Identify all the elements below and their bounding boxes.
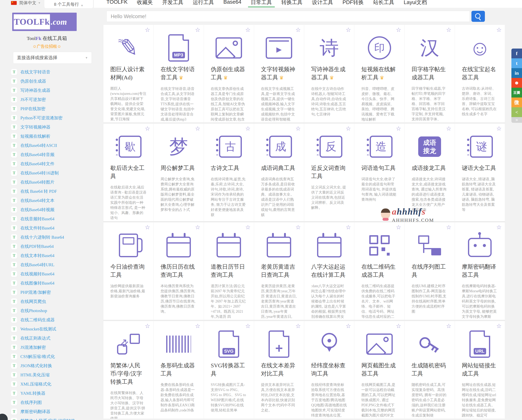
tool-card[interactable]: ☆ 道教日历节日查询工具 道历计算方法:因公元前2697 年为黄帝纪元开始,所以…	[204, 222, 254, 320]
nav-tab-active[interactable]: 日常工具	[251, 0, 272, 8]
tool-card[interactable]: ☆ 汉 田字格字帖生成器工具 田字格字帖生成器,字帖打印,带笔顺的田字格、米字格…	[405, 25, 455, 122]
favorite-star-icon[interactable]: ☆	[295, 27, 301, 33]
favorite-star-icon[interactable]: ☆	[396, 126, 401, 132]
favorite-star-icon[interactable]: ☆	[446, 323, 452, 329]
favorite-star-icon[interactable]: ☆	[245, 323, 251, 329]
tool-card[interactable]: ☆ ≈✎ 图巨人设计素材网(Ad) 图巨人(www.tujuren.com)专注…	[103, 25, 153, 122]
tool-card[interactable]: ☆ 在线序列图工具 在线UML建模之时序图制作工具-网页版在线制作UML时序图,…	[405, 222, 455, 320]
favorite-star-icon[interactable]: ☆	[295, 224, 301, 230]
tool-card[interactable]: ☆ 网页截图生成器工具 在线网页截图工具,是一款可以远程自动截图的工具,可以把网…	[354, 321, 404, 419]
nav-tab[interactable]: 收藏夹	[137, 0, 153, 8]
tool-card[interactable]: ☆ ⇄ 简繁体/人民币/字母/汉字转换工具 在线简繁体转换、人民币大写转换、字母…	[103, 321, 153, 419]
tool-card[interactable]: ☆ 佛历日历在线查询工具 本站佛历查询系统为您提供佛历,佛历查询,佛教节日查询,…	[154, 222, 204, 320]
favorite-star-icon[interactable]: ☆	[496, 224, 502, 230]
favorite-star-icon[interactable]: ☆	[396, 323, 401, 329]
twitter-share-button[interactable]: t	[511, 58, 522, 68]
sidebar-item[interactable]: T JS混淆加解密	[11, 343, 92, 352]
tool-card[interactable]: ☆ 今日油价查询工具 油价网提供最新原油价格,最新汽油价格,最新柴油价查询服务	[103, 222, 153, 320]
sidebar-item[interactable]: T 在线序列图	[11, 398, 92, 407]
tool-card[interactable]: ☆ 文字转视频神器工具♛ 在线文字生成视频工具,是一款将文字生成视频工具,提供一…	[254, 25, 304, 122]
favorite-star-icon[interactable]: ☆	[496, 323, 502, 329]
tool-card[interactable]: ☆ SVG SVG转换器工具 SVG转换成图片工具-支持SVG to PNG、S…	[204, 321, 254, 419]
favorite-star-icon[interactable]: ☆	[195, 126, 200, 132]
tools-per-row-selector[interactable]: 8 个工具每行 ▼	[44, 0, 93, 8]
sidebar-item[interactable]: T 在线Base64转图片	[11, 178, 92, 187]
favorite-star-icon[interactable]: ☆	[145, 126, 150, 132]
sidebar-item[interactable]: T 在线Base64转URL	[11, 260, 92, 269]
sidebar-item[interactable]: T 在线文本转Base64	[11, 251, 92, 260]
tool-card[interactable]: ☆ 成 成语词典工具 成语词典在线查询五万多条成语,是目前收录最多的在线成语词典…	[254, 124, 304, 221]
tool-card[interactable]: ☆ + 在线文本差异对比工具 提供文本差异对比工具,方便在线文本差异对比,Dif…	[254, 321, 304, 419]
tool-card[interactable]: ☆ 经纬度坐标查询工具 在线经纬度查询坐标拾取系统可方便在线查询地名位置拾取,基…	[304, 321, 354, 419]
tool-card[interactable]: ☆ 古 古诗文工具 在线诗词查询,鉴赏,先秦,乐府,古诗词,大全,诗句,诗歌,诗…	[204, 124, 254, 221]
site-logo[interactable]: TOOLFk .com	[12, 13, 77, 31]
sidebar-item[interactable]: T 在线网页爬虫	[11, 297, 92, 306]
favorite-star-icon[interactable]: ☆	[295, 126, 301, 132]
favorite-star-icon[interactable]: ☆	[195, 224, 200, 230]
sidebar-item[interactable]: T 摩斯密码翻译器	[11, 407, 92, 416]
favorite-star-icon[interactable]: ☆	[346, 27, 351, 33]
sidebar-item[interactable]: T Websocket在线测试	[11, 324, 92, 334]
sidebar-item[interactable]: T YAML转换器	[11, 389, 92, 398]
sidebar-item[interactable]: T 在线Base64转文本	[11, 196, 92, 205]
sidebar-item[interactable]: T JSON格式化转换	[11, 361, 92, 370]
sidebar-item[interactable]: T 在线视频转Base64	[11, 269, 92, 279]
favorite-star-icon[interactable]: ☆	[145, 323, 150, 329]
favorite-star-icon[interactable]: ☆	[195, 323, 200, 329]
favorite-star-icon[interactable]: ☆	[396, 224, 401, 230]
tool-card[interactable]: ☆ 摩斯密码翻译器工具 在线摩斯电码转换器-摩斯Morse电码转换工具,进行在线…	[455, 222, 505, 320]
favorite-star-icon[interactable]: ☆	[496, 126, 502, 132]
search-button[interactable]	[471, 11, 485, 22]
collapse-social-bar-button[interactable]: »	[511, 117, 522, 123]
language-selector[interactable]: ★ 简体中文 ▼	[11, 0, 41, 6]
sidebar-item[interactable]: T HTML美化压缩	[11, 370, 92, 379]
sidebar-item[interactable]: T XML压缩格式化	[11, 379, 92, 389]
nav-tab[interactable]: 设计工具	[312, 0, 333, 8]
favorite-star-icon[interactable]: ☆	[346, 224, 351, 230]
nav-tab[interactable]: 站长工具	[373, 0, 394, 8]
favorite-star-icon[interactable]: ☆	[145, 224, 150, 230]
tool-card[interactable]: ☆ 印 短视频在线解析工具♛ 抖音、哔哩哔哩、皮皮虾、微视、最右、今日头条、快手…	[354, 25, 404, 122]
favorite-star-icon[interactable]: ☆	[346, 126, 351, 132]
sidebar-item[interactable]: T JS不可逆加密	[11, 95, 92, 104]
tool-card[interactable]: ☆ 诗 写诗神器生成器工具♛ 在线中文古诗自动作诗机器人-智能写诗工具,自动作诗…	[304, 25, 354, 122]
tool-card[interactable]: ☆ 歇 歇后语大全工具 在线歇后语大全,谒后语查询 - 歇后语是汉语语汇里为群众…	[103, 124, 153, 221]
ad-slot-link[interactable]: ☺广告位招租☺	[0, 44, 94, 49]
tool-card[interactable]: ☆ 梦 周公解梦工具 周公解梦大全查询,免费周公解梦大全查询系统,拥有最权威的原…	[154, 124, 204, 221]
nav-tab[interactable]: 开发工具	[162, 0, 184, 8]
sidebar-item[interactable]: T 在线文件转Base64	[11, 223, 92, 233]
sidebar-item[interactable]: T 在线图像转Base64	[11, 279, 92, 288]
sidebar-item[interactable]: T 在线文字转语音	[11, 67, 92, 77]
favorite-star-icon[interactable]: ☆	[245, 224, 251, 230]
facebook-share-button[interactable]: f	[511, 48, 522, 58]
favorite-star-icon[interactable]: ☆	[245, 27, 251, 33]
sidebar-item[interactable]: T 在线PDF转Base64	[11, 242, 92, 251]
tool-card[interactable]: ☆ URL 网站短链接生成工具 短网址在线生成器,短网址在线生成,活码二维码生成…	[455, 321, 505, 419]
favorite-star-icon[interactable]: ☆	[446, 126, 452, 132]
sidebar-item[interactable]: T 在线Base64转16进制	[11, 168, 92, 178]
sidebar-item[interactable]: T 在线Base64转音频	[11, 150, 92, 159]
sidebar-item[interactable]: T CSS解压缩/格式化	[11, 352, 92, 361]
sidebar-item[interactable]: T 伪原创生成器	[11, 77, 92, 86]
sidebar-item[interactable]: T Python不可逆混淆加密	[11, 113, 92, 122]
linkedin-share-button[interactable]: in	[511, 68, 522, 78]
tool-card[interactable]: ☆ 在线二维码生成器工具 在线二维码生成器提供免费的在线二维码生成服务,可以把电…	[354, 222, 404, 320]
share-share-button[interactable]: <	[511, 107, 522, 117]
sidebar-item[interactable]: T 在线 Base64 转 PDF	[11, 187, 92, 196]
tool-card[interactable]: ☆ 反 近反义词查询工具 近义词反义词大全, 提供了大量的近义词反义词在线查询,…	[304, 124, 354, 221]
sidebar-item[interactable]: T 写诗神器生成器	[11, 86, 92, 95]
nav-tab[interactable]: TOOLFK	[107, 0, 128, 8]
search-input[interactable]	[107, 11, 470, 22]
favorite-star-icon[interactable]: ☆	[496, 27, 502, 33]
tool-select-dropdown[interactable]: 直接选择或搜索选择 ▼	[13, 52, 92, 64]
sidebar-item[interactable]: T PHP在线加密	[11, 104, 92, 113]
weibo-share-button[interactable]: 微	[511, 98, 522, 107]
sidebar-item[interactable]: T 在线音频转Base64	[11, 214, 92, 223]
nav-tab[interactable]: 转换工具	[281, 0, 303, 8]
sidebar-item[interactable]: T 在线十六进制转 Base64	[11, 233, 92, 242]
tool-card[interactable]: ☆ ☺ 在线宝宝起名器工具 古诗词取名:从诗经、楚辞、唐诗、宋词、乐府诗集、古诗…	[455, 25, 505, 122]
sidebar-item[interactable]: T 在线Base64转文件	[11, 159, 92, 168]
sidebar-item[interactable]: T 文字转视频神器	[11, 122, 92, 132]
tool-card[interactable]: ☆ 谜 谜语大全工具 谜语大全_猜谜语_脑筋急转弯,谜语大全及答案, 猜谜语及答…	[455, 124, 505, 221]
favorite-star-icon[interactable]: ☆	[295, 323, 301, 329]
